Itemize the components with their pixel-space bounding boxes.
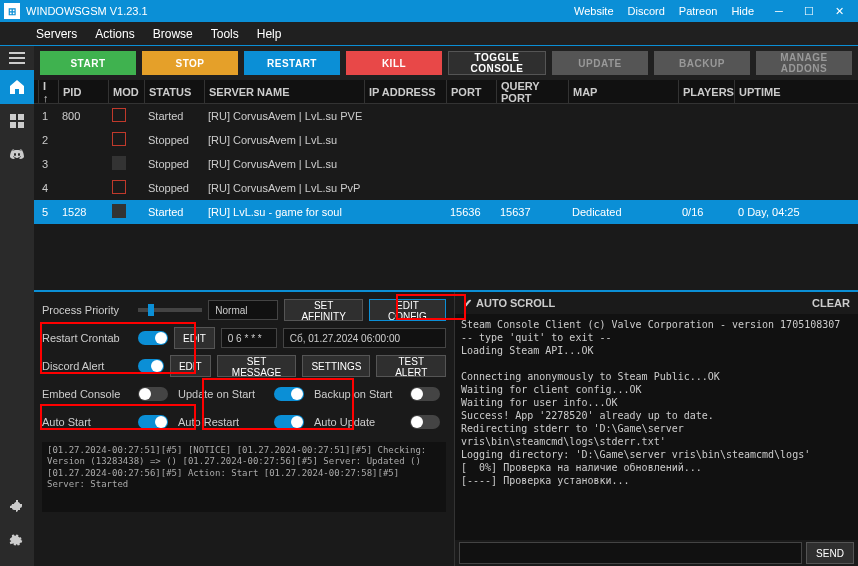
discord-alert-label: Discord Alert <box>42 360 132 372</box>
set-message-button[interactable]: SET MESSAGE <box>217 355 297 377</box>
sidebar-menu-icon[interactable] <box>0 46 34 70</box>
stop-button[interactable]: STOP <box>142 51 238 75</box>
server-table-header: I ↑ PID MOD STATUS SERVER NAME IP ADDRES… <box>34 80 858 104</box>
backup-on-start-toggle[interactable] <box>410 387 440 401</box>
th-server-name[interactable]: SERVER NAME <box>204 80 364 103</box>
th-ip[interactable]: IP ADDRESS <box>364 80 446 103</box>
sidebar-addons-icon[interactable] <box>0 490 34 524</box>
set-affinity-button[interactable]: SET AFFINITY <box>284 299 363 321</box>
svg-rect-2 <box>9 62 25 64</box>
svg-rect-1 <box>9 57 25 59</box>
menu-actions[interactable]: Actions <box>95 27 134 41</box>
table-row[interactable]: 1800Started[RU] CorvusAvem | LvL.su PVE <box>34 104 858 128</box>
th-query-port[interactable]: QUERY PORT <box>496 80 568 103</box>
test-alert-button[interactable]: TEST ALERT <box>376 355 446 377</box>
sidebar-discord-icon[interactable] <box>0 138 34 172</box>
mod-icon <box>112 204 126 218</box>
th-index[interactable]: I ↑ <box>38 80 58 103</box>
th-status[interactable]: STATUS <box>144 80 204 103</box>
auto-start-toggle[interactable] <box>138 415 168 429</box>
menu-tools[interactable]: Tools <box>211 27 239 41</box>
mod-icon <box>112 108 126 122</box>
edit-config-button[interactable]: EDIT CONFIG <box>369 299 446 321</box>
priority-value[interactable] <box>208 300 278 320</box>
th-uptime[interactable]: UPTIME <box>734 80 802 103</box>
crontab-edit-button[interactable]: EDIT <box>174 327 215 349</box>
menu-browse[interactable]: Browse <box>153 27 193 41</box>
svg-rect-6 <box>18 122 24 128</box>
titlebar: ⊞ WINDOWSGSM V1.23.1 Website Discord Pat… <box>0 0 858 22</box>
backup-button[interactable]: BACKUP <box>654 51 750 75</box>
embed-console-toggle[interactable] <box>138 387 168 401</box>
table-row[interactable]: 4Stopped[RU] CorvusAvem | LvL.su PvP <box>34 176 858 200</box>
settings-button[interactable]: SETTINGS <box>302 355 370 377</box>
priority-label: Process Priority <box>42 304 132 316</box>
auto-restart-toggle[interactable] <box>274 415 304 429</box>
titlebar-links: Website Discord Patreon Hide <box>574 5 754 17</box>
update-on-start-label: Update on Start <box>178 388 268 400</box>
discord-alert-toggle[interactable] <box>138 359 164 373</box>
svg-rect-4 <box>18 114 24 120</box>
th-map[interactable]: MAP <box>568 80 678 103</box>
update-button[interactable]: UPDATE <box>552 51 648 75</box>
th-pid[interactable]: PID <box>58 80 108 103</box>
console-panel: ✔ AUTO SCROLL CLEAR Steam Console Client… <box>454 292 858 566</box>
link-hide[interactable]: Hide <box>731 5 754 17</box>
toggle-console-button[interactable]: TOGGLE CONSOLE <box>448 51 546 75</box>
settings-panel: Process Priority SET AFFINITY EDIT CONFI… <box>34 292 454 566</box>
update-on-start-toggle[interactable] <box>274 387 304 401</box>
svg-rect-3 <box>10 114 16 120</box>
menubar: Servers Actions Browse Tools Help <box>0 22 858 46</box>
restart-crontab-label: Restart Crontab <box>42 332 132 344</box>
start-button[interactable]: START <box>40 51 136 75</box>
auto-start-label: Auto Start <box>42 416 132 428</box>
th-players[interactable]: PLAYERS <box>678 80 734 103</box>
action-bar: START STOP RESTART KILL TOGGLE CONSOLE U… <box>34 46 858 80</box>
discord-edit-button[interactable]: EDIT <box>170 355 211 377</box>
sidebar-settings-icon[interactable] <box>0 524 34 558</box>
link-discord[interactable]: Discord <box>628 5 665 17</box>
table-row[interactable]: 3Stopped[RU] CorvusAvem | LvL.su <box>34 152 858 176</box>
console-header: ✔ AUTO SCROLL CLEAR <box>455 292 858 314</box>
sidebar <box>0 46 34 566</box>
server-table-body: 1800Started[RU] CorvusAvem | LvL.su PVE2… <box>34 104 858 290</box>
menu-servers[interactable]: Servers <box>36 27 77 41</box>
mini-log: [01.27.2024-00:27:51][#5] [NOTICE] [01.2… <box>42 442 446 512</box>
table-row[interactable]: 51528Started[RU] LvL.su - game for soul1… <box>34 200 858 224</box>
app-logo: ⊞ <box>4 3 20 19</box>
close-button[interactable]: ✕ <box>824 0 854 22</box>
crontab-value[interactable] <box>221 328 277 348</box>
th-port[interactable]: PORT <box>446 80 496 103</box>
th-mod[interactable]: MOD <box>108 80 144 103</box>
auto-scroll-label[interactable]: AUTO SCROLL <box>476 297 555 309</box>
auto-update-label: Auto Update <box>314 416 404 428</box>
backup-on-start-label: Backup on Start <box>314 388 404 400</box>
kill-button[interactable]: KILL <box>346 51 442 75</box>
minimize-button[interactable]: ─ <box>764 0 794 22</box>
link-website[interactable]: Website <box>574 5 614 17</box>
maximize-button[interactable]: ☐ <box>794 0 824 22</box>
auto-update-toggle[interactable] <box>410 415 440 429</box>
menu-help[interactable]: Help <box>257 27 282 41</box>
auto-restart-label: Auto Restart <box>178 416 268 428</box>
console-output: Steam Console Client (c) Valve Corporati… <box>455 314 858 540</box>
priority-slider[interactable] <box>138 308 202 312</box>
mod-icon <box>112 180 126 194</box>
manage-addons-button[interactable]: MANAGE ADDONS <box>756 51 852 75</box>
restart-crontab-toggle[interactable] <box>138 331 168 345</box>
table-row[interactable]: 2Stopped[RU] CorvusAvem | LvL.su <box>34 128 858 152</box>
sidebar-home-icon[interactable] <box>0 70 34 104</box>
mod-icon <box>112 156 126 170</box>
console-input[interactable] <box>459 542 802 564</box>
sidebar-grid-icon[interactable] <box>0 104 34 138</box>
svg-rect-5 <box>10 122 16 128</box>
app-title: WINDOWSGSM V1.23.1 <box>26 5 574 17</box>
link-patreon[interactable]: Patreon <box>679 5 718 17</box>
send-button[interactable]: SEND <box>806 542 854 564</box>
restart-button[interactable]: RESTART <box>244 51 340 75</box>
main-area: START STOP RESTART KILL TOGGLE CONSOLE U… <box>34 46 858 566</box>
bottom-panels: Process Priority SET AFFINITY EDIT CONFI… <box>34 290 858 566</box>
clear-button[interactable]: CLEAR <box>812 297 850 309</box>
check-icon: ✔ <box>463 297 472 310</box>
embed-console-label: Embed Console <box>42 388 132 400</box>
